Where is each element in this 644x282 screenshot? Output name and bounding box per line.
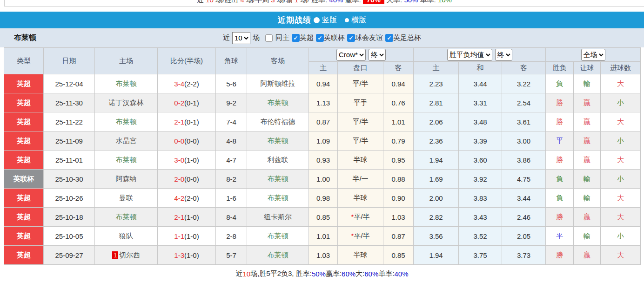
stat-fragment: 场/平局 <box>244 0 271 4</box>
away-team: 布莱顿 <box>247 131 309 151</box>
league-checkbox[interactable]: ✓ <box>292 34 300 42</box>
corner-score: 4-8 <box>216 131 247 151</box>
radio-horizontal-layout[interactable] <box>345 18 349 22</box>
handicap: *平/半 <box>338 208 383 227</box>
mean-away-odds: 3.86 <box>502 151 546 170</box>
match-date: 25-10-05 <box>44 227 95 246</box>
team-name: 布莱顿 <box>14 33 36 43</box>
league-checkbox-label[interactable]: 球会友谊 <box>355 33 383 42</box>
mean-stage-select[interactable]: 终 <box>495 49 512 61</box>
mean-away-odds: 4.75 <box>502 170 546 189</box>
filter-bar: 布莱顿 近 10 场 同主 ✓英超✓英联杯✓球会友谊✓英足总杯 <box>0 28 644 47</box>
match-row: 英超25-10-18布莱顿2-1(1-0)8-4纽卡斯尔0.85*平/半1.03… <box>4 208 641 227</box>
stat-fragment: 70% <box>363 0 384 4</box>
league-badge: 英超 <box>4 227 44 246</box>
same-home-checkbox[interactable] <box>265 34 273 42</box>
mean-home-odds: 2.00 <box>414 189 459 208</box>
corner-score: 7-4 <box>216 112 247 131</box>
match-result: 負 <box>546 170 574 189</box>
column-header: 日期 <box>44 48 95 74</box>
odds-company-select[interactable]: Crow* <box>336 49 366 61</box>
away-odds: 0.88 <box>383 170 414 189</box>
column-subheader: 让球 <box>574 62 601 74</box>
goals-result: 小 <box>601 93 641 112</box>
column-subheader: 盘口 <box>338 62 383 74</box>
match-result: 平 <box>546 227 574 246</box>
home-odds: 0.85 <box>309 208 338 227</box>
score: 0-0(0-0) <box>158 131 216 151</box>
corner-score: 4-7 <box>216 151 247 170</box>
league-checkbox-label[interactable]: 英超 <box>300 33 314 42</box>
away-odds: 1.03 <box>383 208 414 227</box>
away-team: 利兹联 <box>247 151 309 170</box>
stat-fragment: 赢率: <box>343 0 363 4</box>
league-checkbox[interactable]: ✓ <box>385 34 393 42</box>
match-result: 平 <box>546 131 574 151</box>
opponent-stats-strip: 近 10 场/胜出 4 场/平局 3 场/输 1 场/ 胜率: 40% 赢率: … <box>4 0 644 7</box>
handicap: 平/半 <box>338 112 383 131</box>
league-filters: ✓英超✓英联杯✓球会友谊✓英足总杯 <box>289 33 421 42</box>
match-row: 英超25-10-05狼队1-1(1-0)2-8布莱顿1.01*平/半0.873.… <box>4 227 641 246</box>
away-odds: 0.76 <box>383 93 414 112</box>
scope-select[interactable]: 全场 <box>581 49 605 61</box>
filter-controls: 近 10 场 同主 ✓英超✓英联杯✓球会友谊✓英足总杯 <box>0 32 644 44</box>
fulltime-score: 2-0 <box>174 175 184 183</box>
column-header: 比分(半场) <box>158 48 216 74</box>
rank-badge: 1 <box>112 251 118 259</box>
away-odds: 0.94 <box>383 74 414 93</box>
stat-fragment: 近 <box>197 0 206 4</box>
score: 2-1(1-0) <box>158 208 216 227</box>
handicap-result: 輸 <box>574 227 601 246</box>
handicap-result: 輸 <box>574 74 601 93</box>
halftime-score: (1-0) <box>184 156 199 164</box>
mean-odds-select[interactable]: 胜平负均值 <box>447 49 492 61</box>
match-date: 25-11-09 <box>44 131 95 151</box>
league-checkbox[interactable]: ✓ <box>347 34 355 42</box>
stat-fragment: 40% <box>329 0 343 4</box>
summary-fragment: 场,胜5平2负3, 胜率: <box>250 269 312 278</box>
section-title: 近期战绩 <box>278 15 311 26</box>
handicap: *平/半 <box>338 227 383 246</box>
handicap-result: 贏 <box>574 131 601 151</box>
goals-result: 大 <box>601 189 641 208</box>
fulltime-score: 2-1 <box>174 213 184 221</box>
match-date: 25-10-26 <box>44 189 95 208</box>
odds-stage-select[interactable]: 终 <box>369 49 386 61</box>
halftime-score: (0-1) <box>184 118 199 126</box>
radio-vertical-label[interactable]: 竖版 <box>322 15 337 25</box>
column-subheader: 客 <box>383 62 414 74</box>
away-odds: 0.95 <box>383 151 414 170</box>
league-checkbox-label[interactable]: 英联杯 <box>324 33 345 42</box>
select-group-cell: 胜平负均值终 <box>414 48 546 62</box>
away-team: 阿斯顿维拉 <box>247 74 309 93</box>
mean-away-odds: 2.54 <box>502 93 546 112</box>
league-checkbox-label[interactable]: 英足总杯 <box>393 33 421 42</box>
mean-draw-odds: 3.31 <box>459 93 502 112</box>
home-odds: 0.98 <box>309 189 338 208</box>
match-date: 25-12-04 <box>44 74 95 93</box>
corner-score: 9-2 <box>216 93 247 112</box>
league-checkbox[interactable]: ✓ <box>316 34 324 42</box>
mean-home-odds: 3.56 <box>414 227 459 246</box>
radio-vertical-layout[interactable] <box>314 17 320 23</box>
recent-count-select[interactable]: 10 <box>232 32 250 44</box>
column-subheader: 客 <box>502 62 546 74</box>
goals-result: 小 <box>601 170 641 189</box>
score: 0-2(0-1) <box>158 93 216 112</box>
home-odds: 0.94 <box>309 74 338 93</box>
section-title-bar: 近期战绩 竖版 横版 <box>0 12 644 28</box>
halftime-score: (2-0) <box>184 194 199 202</box>
fulltime-score: 2-1 <box>174 118 184 126</box>
home-team: 布莱顿 <box>95 208 158 227</box>
home-team: 布莱顿 <box>95 112 158 131</box>
home-odds: 1.09 <box>309 131 338 151</box>
match-result: 負 <box>546 189 574 208</box>
goals-result: 小 <box>601 227 641 246</box>
handicap-result: 輸 <box>574 189 601 208</box>
mean-away-odds: 3.22 <box>502 74 546 93</box>
corner-score: 5-7 <box>216 246 247 265</box>
home-team: 布莱顿 <box>95 151 158 170</box>
changed-handicap-marker: * <box>351 232 354 240</box>
corner-score: 8-4 <box>216 208 247 227</box>
radio-horizontal-label[interactable]: 横版 <box>351 15 366 25</box>
